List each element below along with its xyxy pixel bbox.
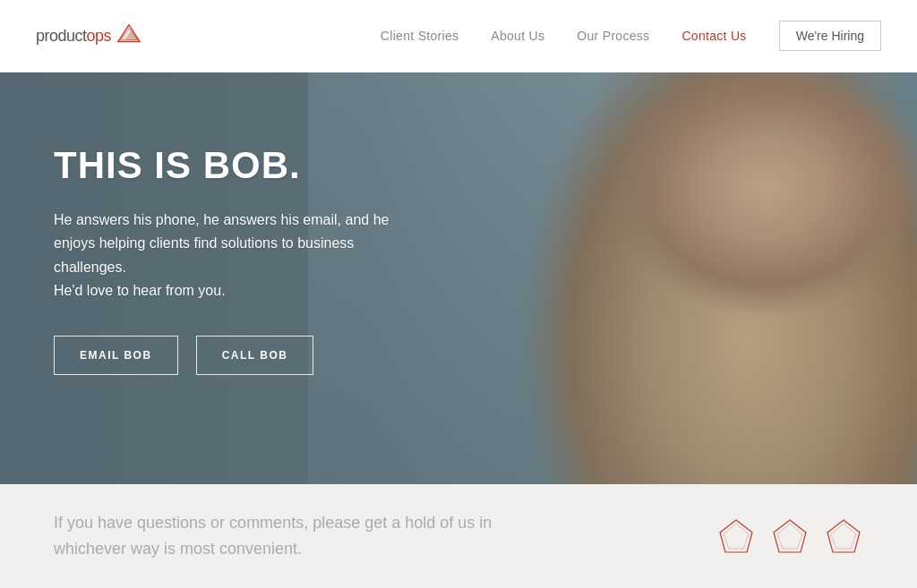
- bottom-icons: [716, 516, 863, 556]
- svg-marker-5: [774, 520, 806, 552]
- nav-client-stories[interactable]: Client Stories: [381, 29, 458, 43]
- logo-icon: [116, 23, 141, 48]
- nav-about-us[interactable]: About Us: [491, 29, 544, 43]
- hero-section: THIS IS BOB. He answers his phone, he an…: [0, 72, 917, 484]
- call-bob-button[interactable]: CALL BOB: [196, 336, 314, 375]
- svg-marker-3: [720, 520, 752, 552]
- diamond-icon-1: [716, 516, 756, 556]
- bottom-section: If you have questions or comments, pleas…: [0, 484, 917, 588]
- diamond-icon-3: [824, 516, 863, 556]
- svg-marker-7: [827, 520, 860, 552]
- nav-contact-us[interactable]: Contact Us: [681, 29, 746, 43]
- main-nav: Client Stories About Us Our Process Cont…: [381, 21, 881, 51]
- hero-title: THIS IS BOB.: [54, 144, 389, 187]
- logo[interactable]: productops: [36, 23, 141, 48]
- diamond-icon-2: [770, 516, 810, 556]
- site-header: productops Client Stories About Us Our P…: [0, 0, 917, 72]
- bottom-text: If you have questions or comments, pleas…: [54, 510, 492, 562]
- hero-buttons: EMAIL BOB CALL BOB: [54, 336, 389, 375]
- email-bob-button[interactable]: EMAIL BOB: [54, 336, 178, 375]
- hero-content: THIS IS BOB. He answers his phone, he an…: [0, 72, 442, 447]
- nav-our-process[interactable]: Our Process: [577, 29, 649, 43]
- logo-text: productops: [36, 27, 111, 46]
- hero-body: He answers his phone, he answers his ema…: [54, 209, 389, 303]
- hiring-button[interactable]: We're Hiring: [779, 21, 881, 51]
